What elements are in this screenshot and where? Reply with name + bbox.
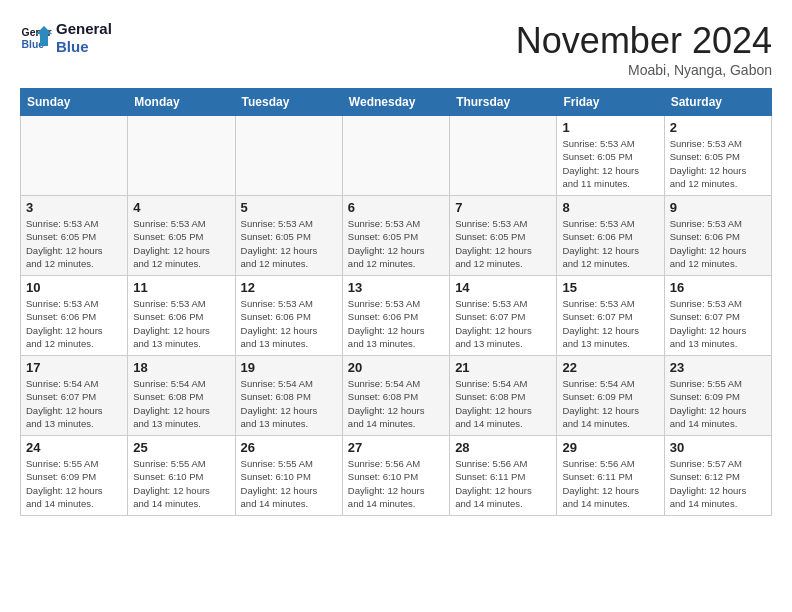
day-number: 21 [455, 360, 551, 375]
calendar-cell: 17Sunrise: 5:54 AM Sunset: 6:07 PM Dayli… [21, 356, 128, 436]
day-number: 5 [241, 200, 337, 215]
day-info: Sunrise: 5:56 AM Sunset: 6:11 PM Dayligh… [562, 457, 658, 510]
calendar-cell [450, 116, 557, 196]
calendar-week-row: 17Sunrise: 5:54 AM Sunset: 6:07 PM Dayli… [21, 356, 772, 436]
day-info: Sunrise: 5:53 AM Sunset: 6:07 PM Dayligh… [670, 297, 766, 350]
calendar-table: SundayMondayTuesdayWednesdayThursdayFrid… [20, 88, 772, 516]
day-number: 12 [241, 280, 337, 295]
day-info: Sunrise: 5:53 AM Sunset: 6:06 PM Dayligh… [562, 217, 658, 270]
calendar-cell: 1Sunrise: 5:53 AM Sunset: 6:05 PM Daylig… [557, 116, 664, 196]
day-number: 25 [133, 440, 229, 455]
title-block: November 2024 Moabi, Nyanga, Gabon [516, 20, 772, 78]
day-number: 22 [562, 360, 658, 375]
calendar-cell: 10Sunrise: 5:53 AM Sunset: 6:06 PM Dayli… [21, 276, 128, 356]
day-number: 17 [26, 360, 122, 375]
day-number: 15 [562, 280, 658, 295]
weekday-header: Thursday [450, 89, 557, 116]
day-number: 20 [348, 360, 444, 375]
calendar-cell: 13Sunrise: 5:53 AM Sunset: 6:06 PM Dayli… [342, 276, 449, 356]
day-number: 8 [562, 200, 658, 215]
weekday-header: Wednesday [342, 89, 449, 116]
calendar-week-row: 3Sunrise: 5:53 AM Sunset: 6:05 PM Daylig… [21, 196, 772, 276]
calendar-cell: 3Sunrise: 5:53 AM Sunset: 6:05 PM Daylig… [21, 196, 128, 276]
calendar-cell: 8Sunrise: 5:53 AM Sunset: 6:06 PM Daylig… [557, 196, 664, 276]
calendar-cell: 29Sunrise: 5:56 AM Sunset: 6:11 PM Dayli… [557, 436, 664, 516]
logo-blue: Blue [56, 38, 112, 56]
day-info: Sunrise: 5:55 AM Sunset: 6:09 PM Dayligh… [26, 457, 122, 510]
calendar-cell: 23Sunrise: 5:55 AM Sunset: 6:09 PM Dayli… [664, 356, 771, 436]
day-number: 6 [348, 200, 444, 215]
calendar-week-row: 24Sunrise: 5:55 AM Sunset: 6:09 PM Dayli… [21, 436, 772, 516]
weekday-header: Saturday [664, 89, 771, 116]
day-info: Sunrise: 5:53 AM Sunset: 6:05 PM Dayligh… [455, 217, 551, 270]
day-info: Sunrise: 5:53 AM Sunset: 6:06 PM Dayligh… [348, 297, 444, 350]
calendar-cell: 4Sunrise: 5:53 AM Sunset: 6:05 PM Daylig… [128, 196, 235, 276]
day-info: Sunrise: 5:54 AM Sunset: 6:07 PM Dayligh… [26, 377, 122, 430]
day-number: 27 [348, 440, 444, 455]
calendar-cell: 5Sunrise: 5:53 AM Sunset: 6:05 PM Daylig… [235, 196, 342, 276]
calendar-cell: 22Sunrise: 5:54 AM Sunset: 6:09 PM Dayli… [557, 356, 664, 436]
calendar-cell: 12Sunrise: 5:53 AM Sunset: 6:06 PM Dayli… [235, 276, 342, 356]
calendar-week-row: 10Sunrise: 5:53 AM Sunset: 6:06 PM Dayli… [21, 276, 772, 356]
weekday-header: Monday [128, 89, 235, 116]
logo-general: General [56, 20, 112, 38]
day-number: 26 [241, 440, 337, 455]
calendar-cell: 19Sunrise: 5:54 AM Sunset: 6:08 PM Dayli… [235, 356, 342, 436]
day-number: 28 [455, 440, 551, 455]
calendar-cell: 6Sunrise: 5:53 AM Sunset: 6:05 PM Daylig… [342, 196, 449, 276]
weekday-header: Friday [557, 89, 664, 116]
day-info: Sunrise: 5:53 AM Sunset: 6:05 PM Dayligh… [241, 217, 337, 270]
calendar-cell: 18Sunrise: 5:54 AM Sunset: 6:08 PM Dayli… [128, 356, 235, 436]
calendar-week-row: 1Sunrise: 5:53 AM Sunset: 6:05 PM Daylig… [21, 116, 772, 196]
day-info: Sunrise: 5:54 AM Sunset: 6:08 PM Dayligh… [133, 377, 229, 430]
calendar-cell: 9Sunrise: 5:53 AM Sunset: 6:06 PM Daylig… [664, 196, 771, 276]
calendar-cell: 2Sunrise: 5:53 AM Sunset: 6:05 PM Daylig… [664, 116, 771, 196]
day-info: Sunrise: 5:55 AM Sunset: 6:10 PM Dayligh… [241, 457, 337, 510]
day-number: 2 [670, 120, 766, 135]
day-number: 30 [670, 440, 766, 455]
calendar-cell [342, 116, 449, 196]
day-info: Sunrise: 5:53 AM Sunset: 6:06 PM Dayligh… [133, 297, 229, 350]
calendar-cell: 24Sunrise: 5:55 AM Sunset: 6:09 PM Dayli… [21, 436, 128, 516]
calendar-cell: 15Sunrise: 5:53 AM Sunset: 6:07 PM Dayli… [557, 276, 664, 356]
day-info: Sunrise: 5:53 AM Sunset: 6:07 PM Dayligh… [562, 297, 658, 350]
day-info: Sunrise: 5:53 AM Sunset: 6:07 PM Dayligh… [455, 297, 551, 350]
day-number: 11 [133, 280, 229, 295]
calendar-cell: 30Sunrise: 5:57 AM Sunset: 6:12 PM Dayli… [664, 436, 771, 516]
day-info: Sunrise: 5:54 AM Sunset: 6:08 PM Dayligh… [241, 377, 337, 430]
calendar-cell: 11Sunrise: 5:53 AM Sunset: 6:06 PM Dayli… [128, 276, 235, 356]
calendar-cell: 21Sunrise: 5:54 AM Sunset: 6:08 PM Dayli… [450, 356, 557, 436]
weekday-header: Sunday [21, 89, 128, 116]
location: Moabi, Nyanga, Gabon [516, 62, 772, 78]
day-number: 7 [455, 200, 551, 215]
day-number: 9 [670, 200, 766, 215]
day-info: Sunrise: 5:54 AM Sunset: 6:09 PM Dayligh… [562, 377, 658, 430]
calendar-cell: 25Sunrise: 5:55 AM Sunset: 6:10 PM Dayli… [128, 436, 235, 516]
day-number: 14 [455, 280, 551, 295]
month-title: November 2024 [516, 20, 772, 62]
day-number: 18 [133, 360, 229, 375]
day-number: 10 [26, 280, 122, 295]
day-number: 24 [26, 440, 122, 455]
day-number: 16 [670, 280, 766, 295]
day-info: Sunrise: 5:53 AM Sunset: 6:05 PM Dayligh… [562, 137, 658, 190]
calendar-cell [235, 116, 342, 196]
day-info: Sunrise: 5:55 AM Sunset: 6:10 PM Dayligh… [133, 457, 229, 510]
day-number: 29 [562, 440, 658, 455]
day-info: Sunrise: 5:53 AM Sunset: 6:05 PM Dayligh… [670, 137, 766, 190]
day-info: Sunrise: 5:53 AM Sunset: 6:06 PM Dayligh… [670, 217, 766, 270]
day-info: Sunrise: 5:56 AM Sunset: 6:10 PM Dayligh… [348, 457, 444, 510]
weekday-header: Tuesday [235, 89, 342, 116]
day-info: Sunrise: 5:54 AM Sunset: 6:08 PM Dayligh… [455, 377, 551, 430]
day-number: 19 [241, 360, 337, 375]
page-header: General Blue General Blue November 2024 … [20, 20, 772, 78]
day-info: Sunrise: 5:53 AM Sunset: 6:05 PM Dayligh… [348, 217, 444, 270]
calendar-cell: 28Sunrise: 5:56 AM Sunset: 6:11 PM Dayli… [450, 436, 557, 516]
calendar-cell: 16Sunrise: 5:53 AM Sunset: 6:07 PM Dayli… [664, 276, 771, 356]
logo-icon: General Blue [20, 22, 52, 54]
day-info: Sunrise: 5:54 AM Sunset: 6:08 PM Dayligh… [348, 377, 444, 430]
calendar-header-row: SundayMondayTuesdayWednesdayThursdayFrid… [21, 89, 772, 116]
day-info: Sunrise: 5:57 AM Sunset: 6:12 PM Dayligh… [670, 457, 766, 510]
day-info: Sunrise: 5:53 AM Sunset: 6:06 PM Dayligh… [26, 297, 122, 350]
calendar-cell: 20Sunrise: 5:54 AM Sunset: 6:08 PM Dayli… [342, 356, 449, 436]
